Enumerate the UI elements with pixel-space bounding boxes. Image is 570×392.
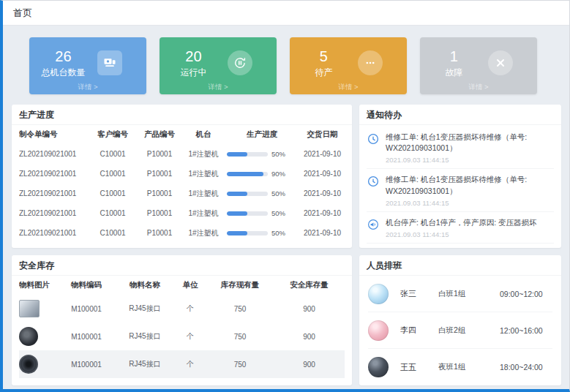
table-header: 物料图片 物料编码 物料名称 单位 库存现有量 安全库存量 xyxy=(19,276,345,295)
col-header: 库存现有量 xyxy=(206,280,274,290)
avatar xyxy=(368,320,389,341)
order-cell: ZL202109021001 xyxy=(19,170,89,178)
table-row: ZL202109021001 C10001 P10001 1#注塑机 90% 2… xyxy=(19,164,345,184)
notification-item[interactable]: 机台停产: 机台1停产，停产原因: 变压器损坏 2021.09.03 11:44… xyxy=(367,212,554,244)
panel-title: 通知待办 xyxy=(359,105,561,125)
progress-label: 90% xyxy=(271,170,285,178)
table-row: ZL202109021001 C10001 P10001 1#注塑机 50% 2… xyxy=(19,184,345,203)
shift-label: 夜班1组 xyxy=(438,362,500,372)
stock-cell: 750 xyxy=(206,361,274,369)
notification-item[interactable]: 维修工单: 机台1变压器损坏待维修（单号: WX202109031001） 20… xyxy=(367,127,554,169)
product-cell: P10001 xyxy=(136,150,183,158)
notification-time: 2021.09.03 11:44:15 xyxy=(386,199,554,207)
machine-cell: 1#注塑机 xyxy=(183,189,224,199)
material-name-cell: RJ45接口 xyxy=(116,331,174,342)
notification-item[interactable]: 计划暂停: 机台1生产计划已暂停 2021.09.03 11:44:15 xyxy=(367,244,554,248)
production-progress-panel: 生产进度 制令单编号 客户编号 产品编号 机台 生产进度 交货日期 ZL2021… xyxy=(12,105,352,248)
product-cell: P10001 xyxy=(136,189,183,197)
progress-bar xyxy=(227,231,268,235)
card-running[interactable]: 20 运行中 详情 > xyxy=(160,37,277,94)
progress-label: 50% xyxy=(271,229,285,237)
card-text: 26 总机台数量 xyxy=(29,48,97,79)
card-label: 运行中 xyxy=(160,67,228,79)
main-grid: 生产进度 制令单编号 客户编号 产品编号 机台 生产进度 交货日期 ZL2021… xyxy=(12,105,560,385)
progress-bar xyxy=(227,172,268,176)
customer-cell: C10001 xyxy=(89,189,136,197)
safety-stock-cell: 900 xyxy=(274,333,345,341)
col-header: 物料编码 xyxy=(57,280,116,290)
running-icon xyxy=(228,50,252,75)
date-cell: 2021-09-10 xyxy=(300,170,345,178)
col-header: 产品编号 xyxy=(136,129,183,140)
production-table: 制令单编号 客户编号 产品编号 机台 生产进度 交货日期 ZL202109021… xyxy=(12,125,352,243)
progress-bar xyxy=(227,192,268,196)
waiting-icon xyxy=(358,50,383,75)
table-row: M100001 RJ45接口 个 750 900 xyxy=(19,295,345,323)
card-detail-link[interactable]: 详情 > xyxy=(160,83,277,92)
panel-title: 安全库存 xyxy=(12,255,352,276)
machine-cell: 1#注塑机 xyxy=(183,169,224,179)
card-text: 5 待产 xyxy=(290,48,358,79)
col-header: 物料图片 xyxy=(19,280,57,290)
unit-cell: 个 xyxy=(174,304,206,314)
customer-cell: C10001 xyxy=(89,170,136,178)
shift-time: 09:00~12:00 xyxy=(500,290,543,298)
avatar xyxy=(368,357,389,377)
safety-stock-panel: 安全库存 物料图片 物料编码 物料名称 单位 库存现有量 安全库存量 M1000… xyxy=(12,255,352,385)
shift-time: 18:00~24:00 xyxy=(500,363,543,372)
material-image xyxy=(19,355,38,374)
notification-item[interactable]: 维修工单: 机台1变压器损坏待维修（单号: WX202109031001） 20… xyxy=(367,169,554,211)
card-waiting[interactable]: 5 待产 详情 > xyxy=(290,37,407,94)
tab-home[interactable]: 首页 xyxy=(13,7,32,20)
col-header: 客户编号 xyxy=(89,129,136,140)
card-value: 1 xyxy=(420,48,488,65)
card-fault[interactable]: 1 故障 详情 > xyxy=(420,37,537,94)
progress-cell: 90% xyxy=(224,170,300,178)
progress-label: 50% xyxy=(271,150,285,158)
notification-text: 机台停产: 机台1停产，停产原因: 变压器损坏 xyxy=(386,217,537,228)
shift-time: 12:00~16:00 xyxy=(500,326,543,335)
shift-label: 白班2组 xyxy=(438,325,500,336)
material-image xyxy=(19,300,40,317)
stock-cell: 750 xyxy=(206,305,274,313)
table-row: M100001 RJ45接口 个 750 900 xyxy=(19,323,345,350)
col-header: 交货日期 xyxy=(300,129,345,140)
card-total-machines[interactable]: 26 总机台数量 详情 > xyxy=(29,37,146,94)
progress-bar xyxy=(227,211,268,216)
customer-cell: C10001 xyxy=(89,209,136,217)
card-text: 20 运行中 xyxy=(160,48,228,79)
progress-bar xyxy=(227,152,268,157)
card-detail-link[interactable]: 详情 > xyxy=(290,83,407,92)
material-name-cell: RJ45接口 xyxy=(116,304,174,314)
content-area: 26 总机台数量 详情 > 20 运行中 xyxy=(3,26,569,385)
card-detail-link[interactable]: 详情 > xyxy=(420,83,537,92)
progress-cell: 50% xyxy=(224,150,300,158)
notification-time: 2021.09.03 11:44:15 xyxy=(386,156,554,164)
person-name: 张三 xyxy=(400,288,438,299)
material-image xyxy=(19,327,38,346)
schedule-row: 王五 夜班1组 18:00~24:00 xyxy=(368,349,552,385)
safety-stock-cell: 900 xyxy=(274,305,345,313)
progress-label: 50% xyxy=(271,189,285,197)
shift-label: 白班1组 xyxy=(438,289,500,299)
person-name: 王五 xyxy=(400,362,438,373)
notifications-panel: 通知待办 维修工单: 机台1变压器损坏待维修（单号: WX20210903100… xyxy=(359,105,561,248)
table-row: ZL202109021001 C10001 P10001 1#注塑机 50% 2… xyxy=(19,223,345,243)
date-cell: 2021-09-10 xyxy=(300,229,345,237)
top-bar: 首页 xyxy=(3,1,569,26)
material-code-cell: M100001 xyxy=(57,333,116,341)
col-header: 生产进度 xyxy=(224,129,300,140)
card-value: 20 xyxy=(160,48,228,65)
table-header: 制令单编号 客户编号 产品编号 机台 生产进度 交货日期 xyxy=(19,125,345,144)
stock-cell: 750 xyxy=(206,333,274,341)
material-code-cell: M100001 xyxy=(57,361,116,369)
card-label: 待产 xyxy=(290,67,358,79)
fault-icon xyxy=(488,50,513,75)
clock-icon xyxy=(367,175,380,188)
machine-cell: 1#注塑机 xyxy=(183,228,224,238)
order-cell: ZL202109021001 xyxy=(19,229,89,237)
col-header: 制令单编号 xyxy=(19,129,89,140)
card-detail-link[interactable]: 详情 > xyxy=(29,83,146,92)
panel-title: 生产进度 xyxy=(12,105,352,125)
card-label: 故障 xyxy=(420,67,488,79)
